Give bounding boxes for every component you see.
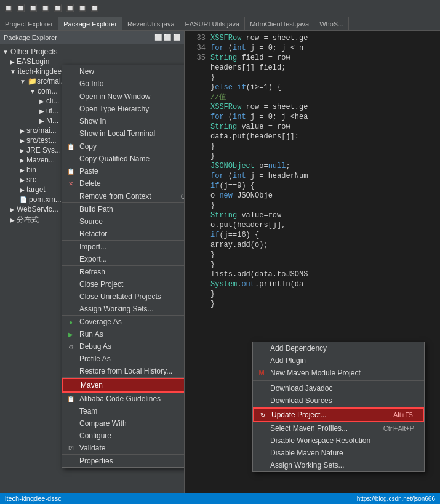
line-number — [187, 132, 206, 142]
line-number — [187, 230, 206, 240]
submenu-item-update-project[interactable]: ↻ Update Project... Alt+F5 — [253, 407, 424, 422]
file-icon: 📄 — [20, 196, 27, 203]
menu-item-run-as[interactable]: ▶ Run As ▶ — [62, 328, 185, 340]
submenu-item-download-javadoc[interactable]: Download Javadoc — [253, 382, 424, 394]
toolbar-icon-4[interactable]: 🔲 — [40, 3, 51, 14]
menu-item-label: Team — [79, 407, 97, 415]
toolbar-icon-7[interactable]: 🔲 — [77, 3, 88, 14]
code-line: } — [187, 289, 438, 299]
tree-arrow-icon: ▶ — [10, 206, 15, 213]
menu-item-validate[interactable]: ☑ Validate — [62, 442, 185, 455]
menu-item-export[interactable]: Export... — [62, 253, 185, 266]
code-text: if(j==9) { — [210, 181, 438, 191]
menu-item-label: Debug As — [79, 342, 111, 351]
line-number — [187, 289, 206, 299]
menu-item-gointo[interactable]: Go Into — [62, 78, 185, 90]
line-number — [187, 92, 206, 102]
toolbar-icon-5[interactable]: 🔲 — [52, 3, 63, 14]
shortcut-label: Alt+F5 — [393, 411, 413, 418]
submenu-item-assign-working-sets[interactable]: Assign Working Sets... — [253, 459, 424, 471]
tree-item-other-projects[interactable]: ▼ Other Projects — [0, 47, 184, 57]
menu-item-debug-as[interactable]: ⚙ Debug As ▶ — [62, 340, 185, 353]
submenu-item-add-dependency[interactable]: Add Dependency — [253, 342, 424, 354]
toolbar-icon-1[interactable]: 🔲 — [3, 3, 14, 14]
menu-item-configure[interactable]: Configure ▶ — [62, 430, 185, 442]
menu-item-coverage-as[interactable]: ● Coverage As ▶ — [62, 316, 185, 328]
menu-item-open-new-window[interactable]: Open in New Window — [62, 90, 185, 103]
tab-revenutils[interactable]: RevenUtils.java — [122, 17, 180, 30]
menu-item-profile-as[interactable]: Profile As ▶ — [62, 353, 185, 365]
menu-item-new[interactable]: New ▶ — [62, 65, 185, 78]
tree-arrow-icon: ▶ — [20, 127, 25, 134]
line-number — [187, 220, 206, 230]
menu-item-maven[interactable]: Maven ▶ — [62, 378, 185, 393]
status-url: https://blog.csdn.net/json666 — [357, 495, 435, 502]
menu-item-show-in[interactable]: Show In Alt+Shift+W▶ — [62, 115, 185, 127]
submenu-item-add-plugin[interactable]: Add Plugin — [253, 354, 424, 367]
menu-item-team[interactable]: Team ▶ — [62, 405, 185, 417]
tree-arrow-icon: ▶ — [20, 167, 25, 174]
code-line: headers[j]=field; — [187, 63, 438, 73]
code-text: } — [210, 260, 438, 270]
menu-item-open-type-hierarchy[interactable]: Open Type Hierarchy F4 — [62, 103, 185, 115]
menu-item-source[interactable]: Source Alt+Shift+S▶ — [62, 215, 185, 228]
tab-mdmclienttest[interactable]: MdmClientTest.java — [245, 17, 314, 30]
menu-item-copy[interactable]: 📋 Copy Ctrl+C — [62, 140, 185, 153]
menu-item-alibaba[interactable]: 📋 Alibaba Code Guidelines Ctrl+Alt+Shift… — [62, 393, 185, 405]
menu-item-paste[interactable]: 📋 Paste Ctrl+V — [62, 165, 185, 177]
code-line: //值 — [187, 92, 438, 102]
tree-arrow-icon: ▶ — [20, 147, 25, 154]
menu-item-show-local-terminal[interactable]: Show in Local Terminal ▶ — [62, 127, 185, 140]
code-line: 33 XSSFRow row = sheet.ge — [187, 33, 438, 43]
menu-item-close-unrelated[interactable]: Close Unrelated Projects — [62, 290, 185, 303]
menu-item-label: Copy — [79, 142, 97, 151]
menu-item-build-path[interactable]: Build Path ▶ — [62, 203, 185, 215]
code-text: for (int j = 0; j <hea — [210, 112, 438, 122]
submenu-item-select-maven-profiles[interactable]: Select Maven Profiles... Ctrl+Alt+P — [253, 422, 424, 434]
tree-item-label: src/mai... — [26, 126, 57, 135]
code-line: if(j==9) { — [187, 181, 438, 191]
code-text: } — [210, 142, 438, 151]
submenu-item-label: Add Plugin — [270, 356, 306, 365]
submenu-item-new-maven-module[interactable]: M New Maven Module Project — [253, 367, 424, 379]
menu-item-compare-with[interactable]: Compare With ▶ — [62, 417, 185, 430]
code-text: }else if(i>=1) { — [210, 82, 438, 92]
menu-item-label: Alibaba Code Guidelines — [79, 394, 161, 403]
menu-item-properties[interactable]: Properties Alt+Enter — [62, 455, 185, 467]
coverage-icon: ● — [66, 317, 76, 327]
menu-item-import[interactable]: Import... — [62, 241, 185, 253]
line-number — [187, 210, 206, 220]
code-line: String value = row — [187, 122, 438, 132]
menu-item-delete[interactable]: ✕ Delete Delete — [62, 177, 185, 190]
tab-whos[interactable]: WhoS... — [314, 17, 349, 30]
tab-label: Package Explorer — [63, 20, 117, 28]
submenu-item-label: Disable Workspace Resolution — [270, 436, 370, 445]
tab-project-explorer[interactable]: Project Explorer — [0, 17, 58, 30]
menu-item-refresh[interactable]: Refresh F5 — [62, 266, 185, 278]
line-number — [187, 181, 206, 191]
code-line: 35 String field = row — [187, 53, 438, 63]
code-text: XSSFRow row = sheet.ge — [210, 33, 438, 43]
submenu-item-label: Disable Maven Nature — [270, 449, 343, 457]
menu-item-close-project[interactable]: Close Project — [62, 278, 185, 290]
submenu-item-disable-workspace-resolution[interactable]: Disable Workspace Resolution — [253, 434, 424, 447]
menu-item-assign-working-sets[interactable]: Assign Working Sets... — [62, 303, 185, 316]
menu-item-refactor[interactable]: Refactor Alt+Shift+T▶ — [62, 228, 185, 241]
submenu-item-download-sources[interactable]: Download Sources — [253, 394, 424, 407]
submenu-separator — [253, 380, 424, 381]
toolbar-icon-2[interactable]: 🔲 — [15, 3, 26, 14]
menu-item-label: Open in New Window — [79, 92, 150, 101]
tab-easurlutils[interactable]: EASURLUtils.java — [180, 17, 246, 30]
toolbar-icon-8[interactable]: 🔲 — [89, 3, 100, 14]
toolbar-icon-6[interactable]: 🔲 — [65, 3, 76, 14]
delete-icon: ✕ — [66, 178, 76, 188]
menu-item-copy-qualified-name[interactable]: Copy Qualified Name — [62, 153, 185, 165]
tab-package-explorer[interactable]: Package Explorer — [58, 17, 122, 30]
menu-item-label: Configure — [79, 431, 111, 440]
menu-item-restore-history[interactable]: Restore from Local History... — [62, 365, 185, 378]
submenu-item-disable-maven-nature[interactable]: Disable Maven Nature — [253, 447, 424, 459]
toolbar-icon-3[interactable]: 🔲 — [28, 3, 39, 14]
menu-item-remove-from-context[interactable]: Remove from Context Ctrl+Alt+Shift+Down — [62, 190, 185, 203]
context-menu: New ▶ Go Into Open in New Window Open Ty… — [62, 65, 185, 468]
tree-arrow-icon: ▼ — [2, 49, 9, 55]
